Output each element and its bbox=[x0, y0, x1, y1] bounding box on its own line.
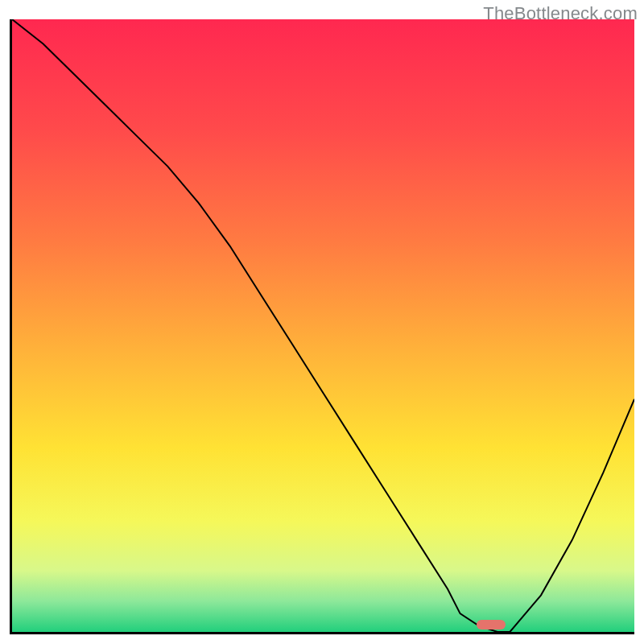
curve-layer bbox=[12, 19, 634, 632]
bottleneck-curve-path bbox=[12, 19, 634, 632]
optimal-point-marker bbox=[477, 620, 506, 630]
plot-area bbox=[10, 19, 634, 634]
bottleneck-chart: TheBottleneck.com bbox=[0, 0, 644, 644]
